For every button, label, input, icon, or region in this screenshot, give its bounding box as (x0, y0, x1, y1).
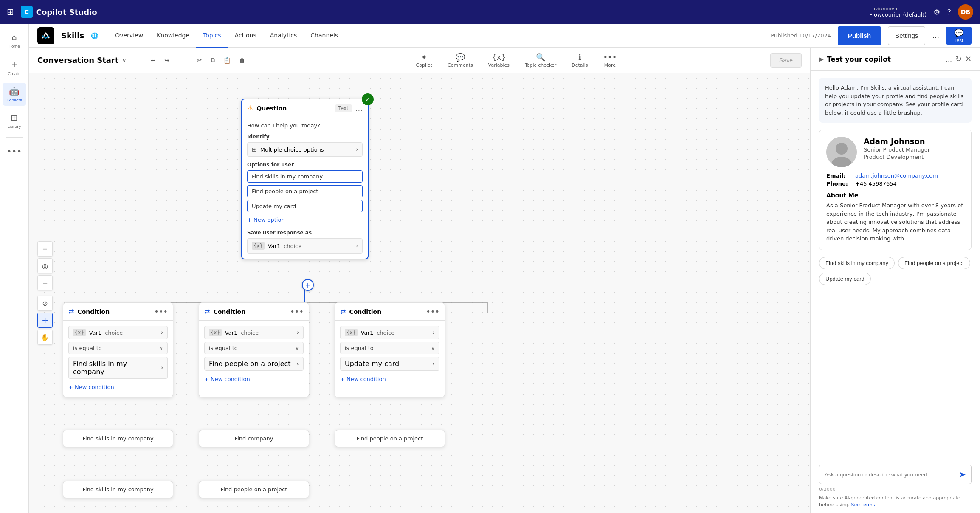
email-value[interactable]: adam.johnson@company.com (855, 172, 938, 179)
create-icon: ＋ (10, 59, 19, 70)
profile-info: Adam Johnson Senior Product Manager Prod… (864, 137, 930, 167)
select-button[interactable]: ✛ (37, 313, 53, 328)
help-icon[interactable]: ? (947, 8, 951, 17)
zoom-in-button[interactable]: + (37, 241, 53, 256)
nav-actions[interactable]: Actions (228, 24, 263, 48)
nav-analytics[interactable]: Analytics (263, 24, 304, 48)
chat-input[interactable] (825, 471, 955, 478)
sidebar-item-copilots[interactable]: 🤖 Copilots (3, 83, 26, 106)
cond-1-value-row[interactable]: Find skills in my company › (68, 357, 168, 379)
more-tool[interactable]: ••• More (600, 51, 620, 70)
hand-button[interactable]: ✋ (37, 330, 53, 345)
condition-3-more[interactable]: ••• (426, 307, 439, 316)
canvas-toolbar: Conversation Start ∨ ↩ ↪ ✂ ⧉ 📋 🗑 (29, 48, 810, 73)
cond-2-var-row[interactable]: {x} Var1 choice › (204, 326, 304, 339)
publish-button[interactable]: Publish (838, 26, 881, 45)
block-button[interactable]: ⊘ (37, 296, 53, 311)
cond-3-equals[interactable]: is equal to ∨ (340, 342, 439, 354)
quick-option-3[interactable]: Update my card (819, 273, 871, 285)
text-badge[interactable]: Text (335, 104, 352, 112)
option-3[interactable]: Update my card (247, 200, 363, 212)
canvas[interactable]: + ◎ − ⊘ ✛ ✋ ✓ ⚠ Question Text (29, 73, 810, 513)
response-var-row[interactable]: {x} Var1 choice › (247, 238, 363, 254)
add-cond-3-button[interactable]: + New condition (340, 374, 439, 384)
content-area: Conversation Start ∨ ↩ ↪ ✂ ⧉ 📋 🗑 (29, 48, 980, 513)
identify-row[interactable]: ⊞ Multiple choice options › (247, 142, 363, 157)
condition-3-header: ⇄ Condition ••• (335, 303, 445, 321)
nav-overview[interactable]: Overview (108, 24, 150, 48)
nav-knowledge[interactable]: Knowledge (150, 24, 196, 48)
environment-info: Environment Flowcourier (default) (869, 6, 926, 18)
right-panel: ▶ Test your copilot ... ↻ ✕ Hello Adam, … (810, 48, 980, 513)
phone-row: Phone: +45 45987654 (826, 180, 964, 187)
details-tool[interactable]: ℹ Details (568, 51, 591, 70)
zoom-out-button[interactable]: − (37, 275, 53, 290)
profile-details: Email: adam.johnson@company.com Phone: +… (826, 172, 964, 187)
locate-button[interactable]: ◎ (37, 258, 53, 273)
cond-3-var-row[interactable]: {x} Var1 choice › (340, 326, 439, 339)
sidebar-divider (6, 137, 23, 138)
nav-channels[interactable]: Channels (304, 24, 345, 48)
quick-option-1[interactable]: Find skills in my company (819, 257, 895, 269)
add-cond-1-button[interactable]: + New condition (68, 382, 168, 392)
settings-button[interactable]: Settings (888, 26, 925, 45)
cond-1-equals[interactable]: is equal to ∨ (68, 342, 168, 354)
quick-option-2[interactable]: Find people on a project (898, 257, 970, 269)
add-cond-2-button[interactable]: + New condition (204, 374, 304, 384)
var-type: choice (284, 243, 301, 249)
user-avatar[interactable]: DB (958, 4, 973, 20)
globe-icon[interactable]: 🌐 (91, 32, 98, 39)
toolbar-divider-1 (137, 54, 137, 67)
cond-2-chevron: ∨ (295, 345, 299, 351)
test-button[interactable]: 💬 Test (946, 27, 972, 45)
add-option-button[interactable]: + New option (247, 215, 363, 225)
sidebar-item-more[interactable]: ••• (3, 143, 26, 160)
option-1[interactable]: Find skills in my company (247, 170, 363, 183)
cond-3-value-row[interactable]: Update my card › (340, 357, 439, 371)
paste-button[interactable]: 📋 (220, 54, 234, 66)
condition-3-icon: ⇄ (340, 307, 346, 316)
cond-1-var-icon: {x} (73, 329, 86, 336)
header-more-button[interactable]: ... (932, 31, 939, 40)
panel-more-button[interactable]: ... (946, 54, 952, 64)
sidebar-item-create[interactable]: ＋ Create (3, 55, 26, 79)
published-label: Published 10/17/2024 (771, 32, 831, 39)
panel-close-button[interactable]: ✕ (965, 54, 972, 64)
chat-send-button[interactable]: ➤ (959, 469, 966, 479)
panel-refresh-button[interactable]: ↻ (955, 54, 962, 64)
cond-1-equals-text: is equal to (73, 345, 102, 351)
copy-button[interactable]: ⧉ (207, 54, 218, 66)
cond-2-equals-text: is equal to (209, 345, 238, 351)
option-2[interactable]: Find people on a project (247, 185, 363, 197)
comments-tool[interactable]: 💬 Comments (444, 51, 476, 70)
add-node-button[interactable]: + (302, 279, 314, 291)
sidebar-item-home[interactable]: ⌂ Home (3, 29, 26, 52)
nav-topics[interactable]: Topics (196, 24, 228, 48)
about-text: As a Senior Product Manager with over 8 … (826, 201, 964, 243)
condition-2-more[interactable]: ••• (290, 307, 304, 316)
cond-2-value-row[interactable]: Find people on a project › (204, 357, 304, 371)
panel-expand-icon[interactable]: ▶ (819, 56, 824, 62)
sidebar-item-library[interactable]: ⊞ Library (3, 109, 26, 132)
copilot-tool[interactable]: ✦ Copilot (413, 51, 436, 70)
cond-2-var-icon: {x} (209, 329, 222, 336)
delete-button[interactable]: 🗑 (236, 54, 248, 66)
condition-1-more[interactable]: ••• (154, 307, 168, 316)
gear-icon[interactable]: ⚙ (933, 8, 940, 17)
cut-button[interactable]: ✂ (194, 54, 206, 66)
variables-label: Variables (488, 62, 510, 68)
cond-2-equals[interactable]: is equal to ∨ (204, 342, 304, 354)
undo-button[interactable]: ↩ (147, 54, 159, 66)
topic-checker-tool[interactable]: 🔍 Topic checker (521, 51, 560, 70)
details-icon: ℹ (578, 53, 581, 62)
disclaimer-link[interactable]: See terms (851, 502, 875, 507)
redo-button[interactable]: ↪ (161, 54, 173, 66)
question-more-button[interactable]: ... (355, 104, 363, 113)
canvas-title-chevron[interactable]: ∨ (122, 57, 127, 64)
more-icon: ••• (7, 146, 22, 156)
cond-1-var-row[interactable]: {x} Var1 choice › (68, 326, 168, 339)
variables-tool[interactable]: {x} Variables (485, 51, 513, 70)
profile-dept: Product Development (864, 154, 930, 160)
find-items-row: Find skills in my company Find company F… (63, 430, 445, 447)
cond-3-chevron: ∨ (431, 345, 435, 351)
